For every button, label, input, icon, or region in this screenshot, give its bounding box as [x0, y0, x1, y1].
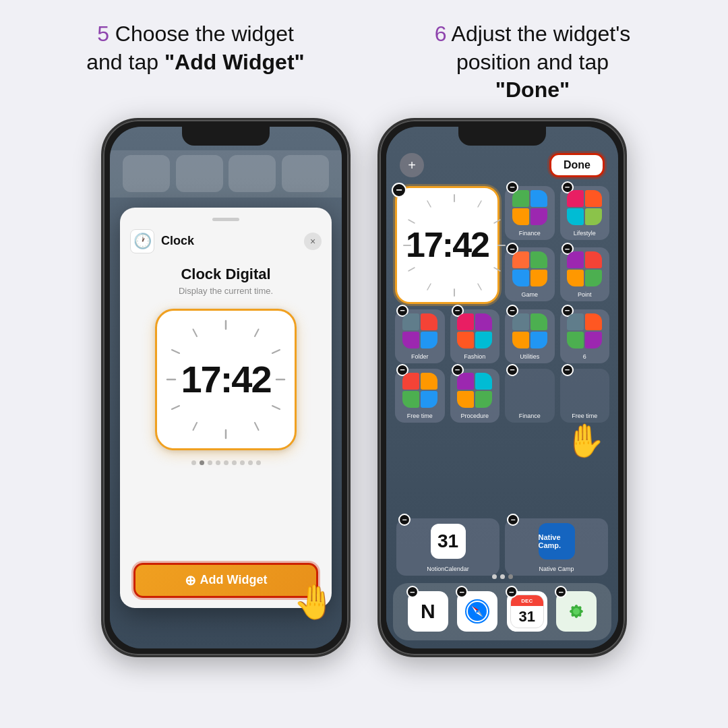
phone1-power-btn	[349, 248, 351, 302]
phone1-app-group1	[123, 155, 170, 192]
phone2: + Done −	[377, 118, 627, 657]
notion-calendar-label: NotionCalendar	[427, 566, 469, 573]
app-icon-fashion[interactable]: − Fashion	[450, 309, 500, 363]
svg-point-35	[573, 608, 580, 615]
done-button[interactable]: Done	[549, 153, 605, 177]
phone1-apps-bar	[110, 150, 342, 198]
dot-9	[256, 460, 261, 465]
native-camp-minus[interactable]: −	[507, 514, 519, 526]
fashion-icon-inner	[450, 309, 500, 353]
game-icon-inner	[505, 247, 555, 291]
point-icon-inner	[560, 247, 610, 291]
native-camp-icon: Native Camp.	[539, 523, 575, 559]
phone2-power-btn	[626, 248, 627, 302]
p2-dot-1	[492, 574, 497, 579]
svg-line-22	[408, 220, 415, 223]
finance-sub4	[530, 208, 547, 225]
phone2-dock: − N −	[393, 583, 611, 640]
dock-notion-app[interactable]: − N	[408, 591, 448, 632]
step5-bold: "Add Widget"	[164, 50, 305, 74]
plus-icon: +	[408, 158, 416, 173]
lifestyle-sub3	[567, 208, 584, 225]
phone2-page-dots	[386, 574, 618, 579]
dot-8	[248, 460, 253, 465]
six-sub2	[585, 313, 602, 330]
svg-line-7	[193, 423, 198, 430]
sheet-close-button[interactable]: ×	[304, 233, 322, 250]
sheet-app-title: Clock	[161, 234, 304, 248]
six-folder-img	[567, 313, 602, 348]
freetime-sub1	[402, 373, 419, 390]
lifestyle-sub4	[585, 208, 602, 225]
fashion-label: Fashion	[464, 354, 485, 361]
native-camp-block[interactable]: − Native Camp. Native Camp	[505, 518, 608, 576]
procedure-icon-inner	[450, 369, 500, 412]
point-sub4	[585, 270, 602, 286]
fashion-folder-img	[457, 313, 492, 348]
dock-safari-app[interactable]: −	[457, 591, 497, 632]
phone1-side-btn3	[101, 285, 102, 326]
app-icon-6[interactable]: − 6	[560, 309, 610, 363]
app-icon-freetime2[interactable]: − Free time	[560, 369, 610, 423]
clock-time-display: 17:42	[181, 357, 270, 401]
svg-line-16	[494, 268, 500, 271]
app-icon-procedure[interactable]: − Procedure	[450, 369, 500, 423]
app-icon-game[interactable]: − Game	[505, 247, 555, 301]
dock-notion-minus[interactable]: −	[406, 586, 419, 598]
app-icon-folder[interactable]: − Folder	[395, 309, 445, 363]
widget-title: Clock Digital	[181, 266, 270, 283]
folder-label: Folder	[411, 354, 429, 361]
dock-calendar-minus[interactable]: −	[506, 586, 518, 598]
point-sub2	[585, 251, 602, 268]
hand-cursor-phone1: 🤚	[293, 582, 335, 621]
dock-sparkle-app[interactable]: −	[556, 591, 597, 632]
step6-number: 6	[435, 22, 447, 46]
app-icon-freetime[interactable]: − Free time	[395, 369, 445, 423]
app-icon-finance[interactable]: − Finance	[505, 186, 555, 240]
app-icon-point[interactable]: − Point	[560, 247, 610, 301]
finance2-icon-inner	[505, 369, 555, 412]
fashion-sub4	[475, 332, 492, 348]
freetime-sub4	[421, 391, 437, 408]
utilities-sub2	[530, 313, 547, 330]
dock-calendar-app[interactable]: − DEC 31	[507, 591, 547, 632]
step6-block: 6 Adjust the widget's position and tap "…	[364, 20, 701, 104]
notion-calendar-block[interactable]: − 31 NotionCalendar	[396, 518, 499, 576]
dot-1	[191, 460, 196, 465]
p2-dot-3	[508, 574, 513, 579]
fashion-sub2	[475, 313, 492, 330]
add-widget-label: Add Widget	[200, 573, 268, 587]
procedure-sub3	[457, 391, 474, 408]
add-apps-button[interactable]: +	[400, 153, 424, 177]
phone2-app-grid: −	[392, 186, 613, 423]
freetime-sub3	[402, 391, 419, 408]
hand-cursor-phone2: 🤚	[564, 422, 605, 460]
utilities-sub1	[512, 313, 529, 330]
notion-calendar-minus[interactable]: −	[398, 514, 411, 526]
folder-sub1	[402, 313, 419, 330]
step6-text2: position and tap	[456, 50, 609, 74]
procedure-sub4	[475, 391, 492, 408]
p2-dot-2	[500, 574, 505, 579]
lifestyle-label: Lifestyle	[574, 231, 596, 237]
phone1-app-group4	[282, 155, 329, 192]
six-sub3	[567, 332, 584, 348]
svg-line-1	[255, 329, 259, 336]
app-icon-lifestyle[interactable]: − Lifestyle	[560, 186, 610, 240]
phone1-background: 🕐 Clock × Clock Digital Display the curr…	[110, 127, 342, 648]
sparkle-icon	[562, 597, 591, 626]
calendar-month: DEC	[511, 595, 543, 606]
add-widget-plus-icon: ⊕	[185, 572, 196, 588]
app-icon-utilities[interactable]: − Utilities	[505, 309, 555, 363]
dock-safari-minus[interactable]: −	[456, 586, 468, 598]
native-camp-icon-area: Native Camp.	[539, 518, 575, 565]
phone1-notch	[182, 127, 270, 146]
svg-line-8	[172, 406, 179, 409]
freetime2-label: Free time	[572, 413, 597, 420]
procedure-folder-img	[457, 373, 492, 408]
finance-label: Finance	[519, 231, 541, 237]
add-widget-button[interactable]: ⊕ Add Widget	[133, 563, 318, 598]
app-icon-finance2[interactable]: − Finance	[505, 369, 555, 423]
dot-3	[208, 460, 212, 465]
step5-text2: and tap	[86, 50, 164, 74]
